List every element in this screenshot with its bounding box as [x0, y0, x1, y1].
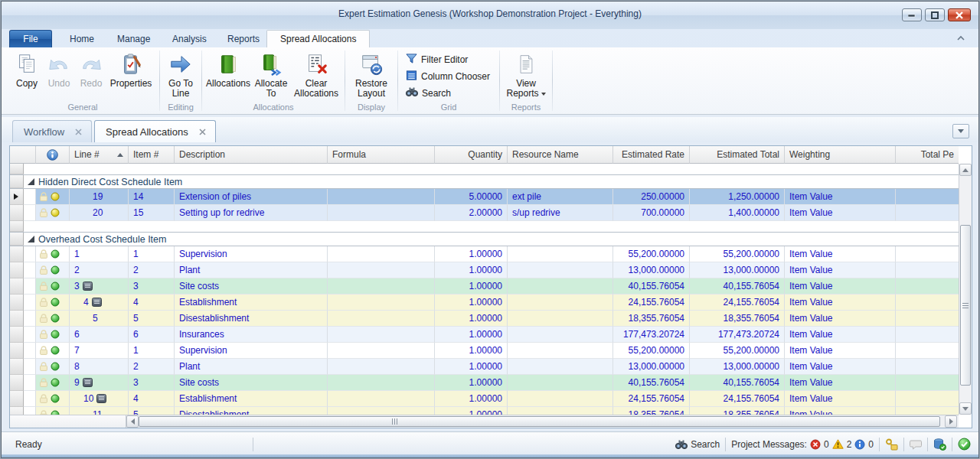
column-header-line[interactable]: Line #	[70, 146, 129, 164]
cell-totalpe[interactable]	[896, 262, 959, 278]
cell-totalpe[interactable]	[896, 327, 959, 343]
cell-formula[interactable]	[328, 205, 435, 221]
grid-row[interactable]: 71Supervision1.0000055,200.0000055,200.0…	[10, 343, 959, 359]
grid-row[interactable]: 115Disestablishment1.0000018,355.7605418…	[10, 407, 959, 415]
cell-resource[interactable]	[508, 278, 613, 295]
cell-formula[interactable]	[328, 246, 435, 262]
cell-formula[interactable]	[328, 343, 435, 359]
cell-total[interactable]: 18,355.76054	[690, 311, 785, 327]
cell-desc[interactable]: Insurances	[175, 327, 328, 343]
cell-resource[interactable]	[508, 343, 613, 359]
column-header-resource-name[interactable]: Resource Name	[508, 146, 613, 164]
properties-button[interactable]: Properties	[107, 49, 155, 89]
cell-line-number[interactable]: 10	[70, 391, 129, 407]
cell-rate[interactable]: 18,355.76054	[613, 311, 690, 327]
cell-formula[interactable]	[328, 311, 435, 327]
column-header-weighting[interactable]: Weighting	[785, 146, 896, 164]
ribbon-tab-spread-allocations[interactable]: Spread Allocations	[266, 30, 370, 47]
cell-line-number[interactable]: 20	[70, 205, 129, 221]
cell-total[interactable]: 1,400.00000	[690, 205, 785, 221]
redo-button[interactable]: Redo	[75, 49, 107, 89]
row-icons-cell[interactable]	[36, 375, 70, 391]
cell-resource[interactable]	[508, 375, 613, 391]
expanded-triangle-icon[interactable]	[28, 236, 34, 243]
cell-desc[interactable]: Disestablishment	[175, 407, 328, 415]
cell-item[interactable]: 5	[129, 407, 175, 415]
cell-formula[interactable]	[328, 375, 435, 391]
scroll-right-button[interactable]	[945, 415, 957, 428]
cell-rate[interactable]: 177,473.20724	[613, 327, 690, 343]
cell-formula[interactable]	[328, 327, 435, 343]
row-indicator[interactable]	[10, 278, 24, 295]
cell-resource[interactable]: ext pile	[508, 189, 613, 205]
column-header-description[interactable]: Description	[175, 146, 328, 164]
cell-desc[interactable]: Disestablishment	[175, 311, 328, 327]
column-chooser-button[interactable]: Column Chooser	[406, 69, 490, 83]
validation-status-button[interactable]	[958, 438, 971, 451]
cell-line-number[interactable]: 9	[70, 375, 129, 391]
row-indicator[interactable]	[10, 375, 24, 391]
cell-resource[interactable]	[508, 327, 613, 343]
horizontal-scrollbar[interactable]	[10, 415, 959, 428]
cell-line-number[interactable]: 5	[70, 311, 129, 327]
grid-row[interactable]: 33Site costs1.0000040,155.7605440,155.76…	[10, 278, 959, 295]
row-indicator[interactable]	[10, 205, 24, 221]
cell-item[interactable]: 2	[129, 262, 175, 278]
grid-row[interactable]: 22Plant1.0000013,000.0000013,000.00000It…	[10, 262, 959, 278]
row-icons-cell[interactable]	[36, 205, 70, 221]
cell-item[interactable]: 3	[129, 278, 175, 295]
close-button[interactable]	[948, 8, 971, 21]
cell-item[interactable]: 2	[129, 359, 175, 375]
cell-formula[interactable]	[328, 189, 435, 205]
cell-item[interactable]: 6	[129, 327, 175, 343]
horizontal-scroll-thumb[interactable]	[139, 416, 940, 427]
cell-resource[interactable]: s/up redrive	[508, 205, 613, 221]
copy-button[interactable]: Copy	[11, 49, 43, 89]
row-indicator[interactable]	[10, 407, 24, 415]
cell-formula[interactable]	[328, 295, 435, 311]
row-indicator[interactable]	[10, 327, 24, 343]
cell-line-number[interactable]: 11	[70, 407, 129, 415]
cell-resource[interactable]	[508, 311, 613, 327]
cell-rate[interactable]: 24,155.76054	[613, 391, 690, 407]
cell-qty[interactable]: 1.00000	[435, 246, 508, 262]
scroll-left-button[interactable]	[126, 415, 139, 428]
cell-desc[interactable]: Extension of piles	[175, 189, 328, 205]
cell-total[interactable]: 1,250.00000	[690, 189, 785, 205]
row-icons-cell[interactable]	[36, 262, 70, 278]
cell-line-number[interactable]: 4	[70, 295, 129, 311]
cell-desc[interactable]: Supervision	[175, 343, 328, 359]
ribbon-tab-home[interactable]: Home	[57, 30, 107, 47]
cell-rate[interactable]: 700.00000	[613, 205, 690, 221]
cell-line-number[interactable]: 1	[70, 246, 129, 262]
cell-rate[interactable]: 250.00000	[613, 189, 690, 205]
row-icons-cell[interactable]	[36, 327, 70, 343]
scroll-up-button[interactable]	[959, 164, 972, 176]
row-indicator[interactable]	[10, 189, 24, 205]
tab-close-icon[interactable]	[199, 126, 206, 138]
cell-totalpe[interactable]	[896, 205, 959, 221]
row-icons-cell[interactable]	[36, 359, 70, 375]
cell-weighting[interactable]: Item Value	[785, 359, 896, 375]
tab-close-icon[interactable]	[75, 126, 82, 138]
cell-weighting[interactable]: Item Value	[785, 278, 896, 295]
row-icons-cell[interactable]	[36, 246, 70, 262]
ribbon-tab-manage[interactable]: Manage	[104, 30, 163, 47]
cell-totalpe[interactable]	[896, 391, 959, 407]
file-tab[interactable]: File	[9, 30, 52, 47]
cell-qty[interactable]: 1.00000	[435, 311, 508, 327]
cell-weighting[interactable]: Item Value	[785, 407, 896, 415]
row-indicator[interactable]	[10, 295, 24, 311]
cell-desc[interactable]: Site costs	[175, 278, 328, 295]
cell-totalpe[interactable]	[896, 375, 959, 391]
cell-weighting[interactable]: Item Value	[785, 375, 896, 391]
cell-weighting[interactable]: Item Value	[785, 262, 896, 278]
row-icons-cell[interactable]	[36, 189, 70, 205]
cell-desc[interactable]: Establishment	[175, 391, 328, 407]
grid-row[interactable]: 55Disestablishment1.0000018,355.7605418,…	[10, 311, 959, 327]
cell-desc[interactable]: Plant	[175, 262, 328, 278]
database-status-button[interactable]	[933, 438, 946, 451]
column-header-estimated-rate[interactable]: Estimated Rate	[613, 146, 690, 164]
cell-item[interactable]: 14	[129, 189, 175, 205]
group-expand-cell[interactable]	[24, 233, 36, 246]
